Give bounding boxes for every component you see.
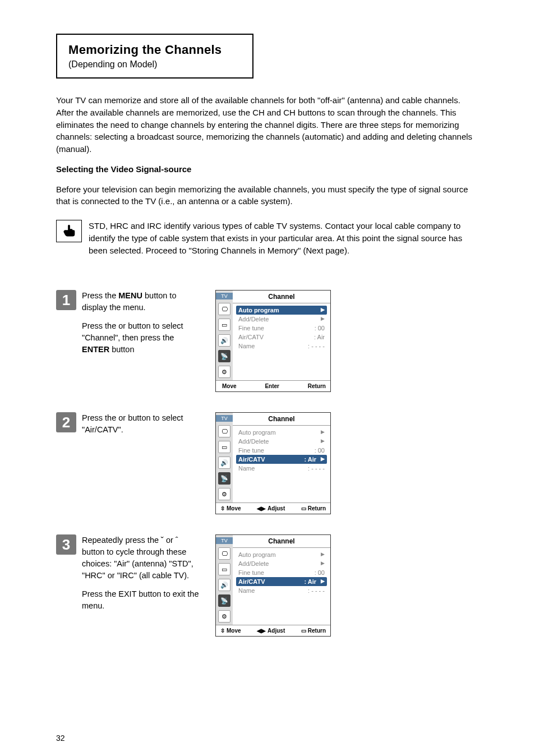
osd-row-fine-tune[interactable]: Fine tune : 00 [236,446,327,455]
osd-panel: TV 🖵 ▭ 🔊 📡 ⚙ Channel Auto program ▶ Add/… [215,290,331,392]
picture-icon: ▭ [218,441,230,453]
osd-footer-return: ▭Return [301,505,326,511]
osd-row-name[interactable]: Name : - - - - [236,342,327,351]
osd-row-label: Add/Delete [238,316,269,322]
osd-row-auto-program[interactable]: Auto program ▶ [236,306,327,315]
osd-sidebar: TV 🖵 ▭ 🔊 📡 ⚙ [216,535,233,625]
intro-paragraph-1: Your TV can memorize and store all of th… [56,94,479,155]
osd-row-fine-tune[interactable]: Fine tune : 00 [236,324,327,333]
osd-row-label: Fine tune [238,569,264,576]
channel-icon: 📡 [218,350,230,362]
sound-icon: 🔊 [218,579,230,591]
page-title: Memorizing the Channels [68,43,241,57]
osd-row-add-delete[interactable]: Add/Delete ▶ [236,315,327,324]
osd-row-name[interactable]: Name : - - - - [236,464,327,473]
input-icon: 🖵 [218,425,230,437]
osd-footer-adjust: ◀▶Adjust [257,505,285,511]
intro-heading: Selecting the Video Signal-source [56,163,479,176]
input-icon: 🖵 [218,547,230,560]
leftright-icon: ◀▶ [257,628,266,634]
steps-container: 1 Press the MENU button to display the m… [56,290,479,637]
step-text: Repeatedly press the ˘ or ˆ button to cy… [82,534,200,619]
osd-footer-move: ⇳Move [220,628,241,634]
step-text: Press the MENU button to display the men… [82,290,200,362]
osd-row-label: Add/Delete [238,560,269,567]
osd-row-air-catv[interactable]: Air/CATV : Air [236,333,327,342]
osd-row-air-catv[interactable]: Air/CATV : Air ▶ [236,455,327,464]
channel-icon: 📡 [218,594,230,607]
osd-footer: ⇳Move ◀▶Adjust ▭Return [216,503,330,514]
osd-row-auto-program[interactable]: Auto program ▶ [236,428,327,437]
step-paragraph: Repeatedly press the ˘ or ˆ button to cy… [82,534,200,582]
osd-footer-enter: Enter [263,383,279,389]
osd-row-label: Auto program [238,307,279,314]
osd-row-label: Name [238,343,255,349]
step-number: 1 [56,290,76,310]
osd-row-label: Name [238,465,255,472]
osd-footer-adjust: ◀▶Adjust [257,628,285,634]
osd-row-value: : 00 [315,447,325,454]
osd-row-value: ▶ [321,551,325,558]
osd-row-value: ▶ [321,316,325,322]
step-paragraph: Press the EXIT button to exit the menu. [82,588,200,612]
step-paragraph: Press the or button to select "Air/CATV"… [82,412,200,436]
step-number: 3 [56,534,76,555]
osd-items: Auto program ▶ Add/Delete ▶ Fine tune : … [233,548,330,611]
sound-icon: 🔊 [218,334,230,347]
osd-row-label: Air/CATV [238,334,264,340]
osd-row-auto-program[interactable]: Auto program ▶ [236,550,327,559]
step-number: 2 [56,412,76,432]
osd-items: Auto program ▶ Add/Delete ▶ Fine tune : … [233,426,330,488]
osd-row-label: Fine tune [238,325,264,331]
osd-row-label: Add/Delete [238,438,269,445]
note-text: STD, HRC and IRC identify various types … [89,220,479,256]
channel-icon: 📡 [218,472,230,485]
osd-row-add-delete[interactable]: Add/Delete ▶ [236,437,327,446]
osd-items: Auto program ▶ Add/Delete ▶ Fine tune : … [233,303,330,366]
step-paragraph: Press the or button to select "Channel",… [82,320,200,356]
osd-panel: TV 🖵 ▭ 🔊 📡 ⚙ Channel Auto program ▶ Add/… [215,534,331,637]
osd-panel: TV 🖵 ▭ 🔊 📡 ⚙ Channel Auto program ▶ Add/… [215,412,331,514]
osd-row-value: ▶ [321,438,325,445]
osd-row-label: Fine tune [238,447,264,454]
page-number: 32 [56,734,65,743]
setup-icon: ⚙ [218,610,230,623]
note-row: STD, HRC and IRC identify various types … [56,220,479,256]
step-text: Press the or button to select "Air/CATV"… [82,412,200,442]
osd-tv-label: TV [216,537,233,544]
hand-pointing-icon [61,223,77,239]
picture-icon: ▭ [218,319,230,331]
osd-row-value: ▶ [321,560,325,567]
osd-row-value: ▶ [321,307,325,314]
hand-icon-container [56,220,82,242]
osd-row-value: : - - - - [308,465,325,472]
leftright-icon: ◀▶ [257,505,266,511]
title-box: Memorizing the Channels (Depending on Mo… [56,34,253,79]
osd-content: Channel Auto program ▶ Add/Delete ▶ Fine… [233,291,330,380]
osd-row-add-delete[interactable]: Add/Delete ▶ [236,559,327,568]
osd-sidebar: TV 🖵 ▭ 🔊 📡 ⚙ [216,413,233,503]
osd-row-air-catv[interactable]: Air/CATV : Air ▶ [236,577,327,586]
osd-row-label: Auto program [238,429,276,436]
osd-title: Channel [233,413,330,426]
menu-icon: ▭ [301,628,306,634]
osd-row-value: : - - - - [308,343,325,349]
updown-icon: ⇳ [220,628,225,634]
osd-row-label: Name [238,587,255,594]
osd-row-name[interactable]: Name : - - - - [236,586,327,595]
intro-paragraph-2: Before your television can begin memoriz… [56,183,479,208]
osd-tv-label: TV [216,293,233,299]
osd-title: Channel [233,535,330,548]
step-3: 3 Repeatedly press the ˘ or ˆ button to … [56,534,479,637]
osd-row-fine-tune[interactable]: Fine tune : 00 [236,568,327,577]
osd-sidebar: TV 🖵 ▭ 🔊 📡 ⚙ [216,291,233,380]
osd-row-value: : - - - - [308,587,325,594]
osd-footer-move: ⇳Move [220,505,241,511]
osd-row-value: : 00 [315,325,325,331]
osd-footer-return: ▭Return [301,628,326,634]
osd-row-value: : Air ▶ [304,456,325,463]
osd-row-label: Air/CATV [238,578,265,585]
menu-icon: ▭ [301,505,306,511]
osd-footer: Move Enter Return [216,380,330,391]
osd-content: Channel Auto program ▶ Add/Delete ▶ Fine… [233,413,330,503]
